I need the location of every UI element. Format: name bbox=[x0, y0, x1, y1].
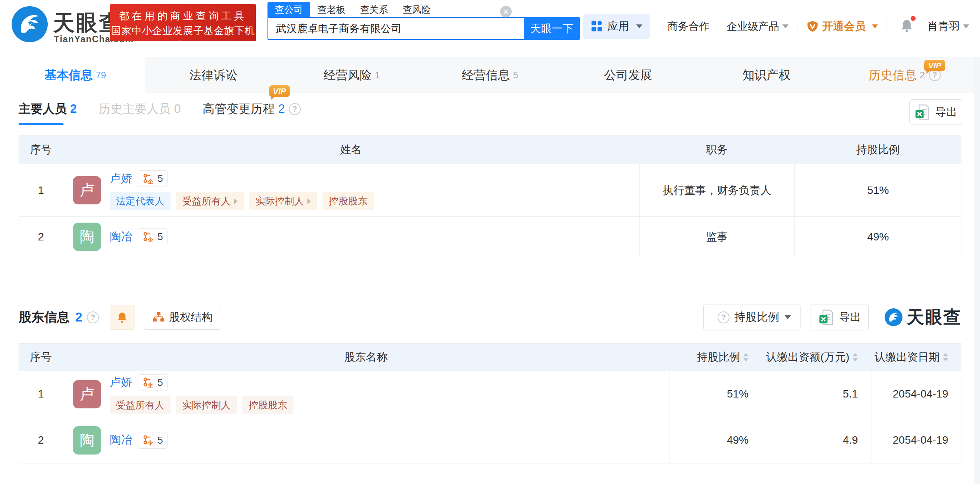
help-icon: ? bbox=[718, 311, 730, 323]
vip-crown-icon bbox=[806, 20, 819, 33]
open-vip-button[interactable]: 开通会员 bbox=[806, 19, 878, 34]
search-tab-risk[interactable]: 查风险 bbox=[395, 2, 438, 17]
col-ratio-sortable[interactable]: 持股比例 bbox=[669, 350, 762, 365]
position-cell: 执行董事，财务负责人 bbox=[639, 164, 794, 216]
tianyancha-logo-icon[interactable] bbox=[11, 5, 48, 43]
avatar[interactable]: 陶 bbox=[73, 223, 101, 251]
tab-legal[interactable]: 法律诉讼 bbox=[145, 57, 283, 93]
tag-controlling-shareholder[interactable]: 控股股东 bbox=[242, 396, 293, 414]
section-count: 2 bbox=[75, 310, 82, 325]
arrow-right-icon bbox=[234, 199, 238, 204]
graph-badge[interactable]: 企 5 bbox=[138, 432, 168, 449]
col-name: 姓名 bbox=[63, 142, 639, 157]
amount-cell: 4.9 bbox=[762, 417, 871, 463]
tag-actual-controller[interactable]: 实际控制人 bbox=[249, 192, 317, 210]
ratio-cell: 49% bbox=[794, 217, 961, 257]
table-row: 2 陶 陶冶 企 5 bbox=[19, 417, 961, 463]
search-input[interactable] bbox=[267, 17, 524, 40]
row-index: 2 bbox=[19, 217, 63, 257]
tag-actual-controller[interactable]: 实际控制人 bbox=[176, 396, 237, 414]
help-icon[interactable]: ? bbox=[289, 103, 301, 115]
subtab-history-members[interactable]: 历史主要人员0 bbox=[98, 101, 181, 117]
nav-business-cooperation[interactable]: 商务合作 bbox=[668, 19, 709, 33]
date-cell: 2054-04-19 bbox=[871, 371, 961, 417]
header-nav: 应用 商务合作 企业级产品 开通会员 肖青羽 bbox=[583, 14, 969, 39]
scrollbar-track[interactable] bbox=[974, 57, 980, 484]
svg-text:企: 企 bbox=[147, 440, 154, 446]
avatar[interactable]: 卢 bbox=[73, 380, 101, 408]
person-link[interactable]: 陶冶 bbox=[110, 432, 132, 448]
person-link[interactable]: 卢娇 bbox=[110, 171, 132, 187]
svg-text:企: 企 bbox=[147, 178, 154, 185]
col-amount-sortable[interactable]: 认缴出资额(万元) bbox=[762, 350, 871, 365]
section-title: 股东信息 bbox=[19, 309, 70, 326]
tab-intellectual-property[interactable]: 知识产权 bbox=[697, 57, 836, 93]
tag-beneficial-owner[interactable]: 受益所有人 bbox=[110, 396, 171, 414]
person-cell: 陶 陶冶 企 5 bbox=[63, 417, 669, 463]
position-cell: 监事 bbox=[639, 217, 794, 257]
notification-dot bbox=[910, 15, 916, 22]
org-chart-icon bbox=[153, 311, 164, 323]
sort-icon[interactable] bbox=[852, 353, 858, 361]
bell-icon bbox=[116, 311, 128, 323]
svg-text:企: 企 bbox=[147, 237, 154, 243]
avatar[interactable]: 陶 bbox=[73, 426, 101, 455]
col-ratio: 持股比例 bbox=[794, 142, 961, 157]
tab-company-development[interactable]: 公司发展 bbox=[559, 57, 697, 93]
col-position: 职务 bbox=[639, 142, 794, 157]
chevron-down-icon bbox=[636, 24, 642, 28]
tag-legal-representative[interactable]: 法定代表人 bbox=[110, 192, 171, 210]
shareholders-toolbar: ? 持股比例 导出 天眼查 bbox=[703, 304, 961, 330]
members-table: 序号 姓名 职务 持股比例 1 卢 卢娇 企 bbox=[19, 135, 961, 257]
svg-text:企: 企 bbox=[147, 382, 154, 388]
help-icon[interactable]: ? bbox=[87, 311, 99, 323]
person-cell: 卢 卢娇 企 5 法定代 bbox=[63, 164, 639, 216]
search-submit-button[interactable]: 天眼一下 bbox=[524, 17, 580, 40]
subtab-main-members[interactable]: 主要人员2 bbox=[19, 101, 77, 117]
export-shareholders-button[interactable]: 导出 bbox=[811, 304, 869, 330]
person-cell: 卢 卢娇 企 5 受益所 bbox=[63, 371, 669, 417]
graph-badge[interactable]: 企 5 bbox=[138, 374, 168, 391]
amount-cell: 5.1 bbox=[762, 371, 871, 417]
person-link[interactable]: 陶冶 bbox=[110, 229, 132, 245]
graph-badge[interactable]: 企 5 bbox=[138, 170, 168, 187]
person-link[interactable]: 卢娇 bbox=[110, 375, 132, 390]
header: 天眼查 TianYanCha.com 都在用的商业查询工具 国家中小企业发展子基… bbox=[0, 0, 980, 57]
user-menu[interactable]: 肖青羽 bbox=[927, 19, 969, 34]
sort-by-ratio-dropdown[interactable]: ? 持股比例 bbox=[703, 304, 801, 330]
promo-banner[interactable]: 都在用的商业查询工具 国家中小企业发展子基金旗下机构 bbox=[110, 4, 256, 41]
divider bbox=[797, 18, 797, 35]
col-date-sortable[interactable]: 认缴出资日期 bbox=[871, 350, 961, 365]
tab-basic-info[interactable]: 基本信息79 bbox=[6, 57, 145, 93]
search-tab-relation[interactable]: 查关系 bbox=[353, 2, 395, 17]
ratio-cell: 51% bbox=[794, 164, 961, 216]
banner-line1: 都在用的商业查询工具 bbox=[110, 9, 256, 23]
chevron-down-icon bbox=[782, 24, 788, 28]
tab-operating-risk[interactable]: 经营风险1 bbox=[283, 57, 421, 93]
tab-business-info[interactable]: 经营信息5 bbox=[421, 57, 559, 93]
notification-bell-button[interactable] bbox=[899, 18, 914, 35]
clear-input-icon[interactable] bbox=[500, 6, 512, 17]
tianyancha-watermark: 天眼查 bbox=[884, 306, 961, 329]
nav-enterprise-products[interactable]: 企业级产品 bbox=[727, 19, 788, 33]
search-tabs: 查公司 查老板 查关系 查风险 bbox=[267, 2, 438, 17]
chevron-down-icon bbox=[872, 24, 878, 28]
members-subtabs: 主要人员2 历史主要人员0 VIP 高管变更历程2 ? bbox=[19, 101, 301, 117]
apps-menu-button[interactable]: 应用 bbox=[583, 14, 650, 39]
search-tab-boss[interactable]: 查老板 bbox=[310, 2, 353, 17]
equity-structure-button[interactable]: 股权结构 bbox=[144, 305, 221, 330]
monitor-bell-button[interactable] bbox=[110, 305, 135, 330]
export-members-button[interactable]: 导出 bbox=[909, 99, 962, 125]
sort-icon[interactable] bbox=[743, 353, 749, 361]
sort-icon[interactable] bbox=[943, 353, 948, 361]
vip-badge: VIP bbox=[269, 85, 290, 97]
tab-history-info[interactable]: VIP 历史信息2 ? bbox=[835, 57, 974, 93]
col-shareholder-name: 股东名称 bbox=[63, 350, 669, 365]
subtab-executive-changes[interactable]: VIP 高管变更历程2 ? bbox=[203, 101, 301, 117]
company-graph-icon: 企 bbox=[143, 231, 154, 243]
avatar[interactable]: 卢 bbox=[73, 176, 101, 204]
graph-badge[interactable]: 企 5 bbox=[138, 228, 168, 245]
search-tab-company[interactable]: 查公司 bbox=[267, 2, 310, 17]
tag-controlling-shareholder[interactable]: 控股股东 bbox=[323, 192, 374, 210]
tag-beneficial-owner[interactable]: 受益所有人 bbox=[176, 192, 244, 210]
